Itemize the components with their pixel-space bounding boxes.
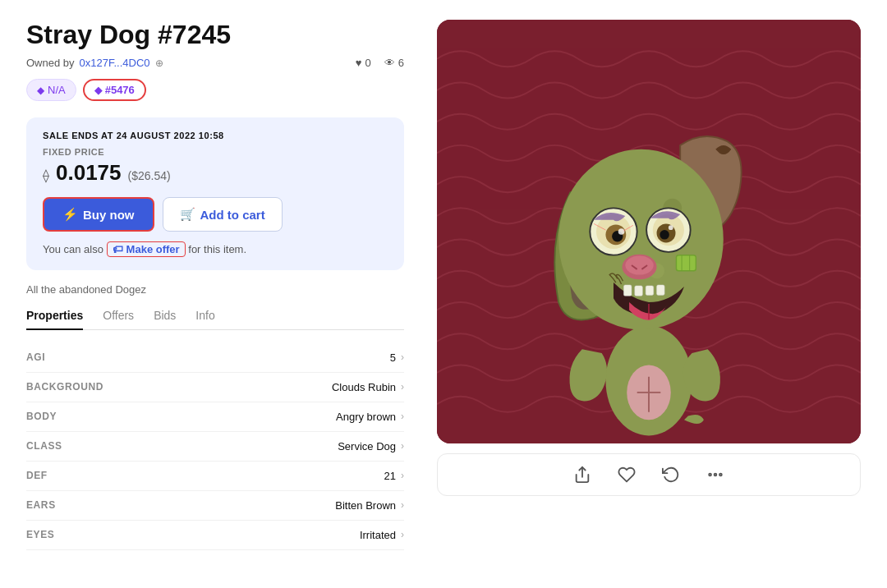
cart-icon: 🛒	[180, 207, 195, 222]
action-bar	[437, 453, 861, 496]
prop-key-agi: AGI	[26, 351, 45, 363]
svg-rect-29	[635, 286, 643, 296]
prop-key-class: CLASS	[26, 440, 62, 452]
svg-point-16	[618, 228, 625, 235]
tabs-row: Properties Offers Bids Info	[26, 309, 404, 330]
make-offer-label: Make offer	[126, 243, 180, 255]
make-offer-link[interactable]: 🏷 Make offer	[107, 241, 186, 257]
tab-offers[interactable]: Offers	[103, 309, 134, 330]
prop-row-agi: AGI 5 ›	[26, 343, 404, 373]
add-to-cart-button[interactable]: 🛒 Add to cart	[163, 197, 283, 232]
prop-row-def: DEF 21 ›	[26, 462, 404, 491]
svg-rect-9	[676, 255, 696, 271]
svg-point-34	[709, 474, 711, 476]
collection-label: All the abandoned Dogez	[26, 283, 404, 296]
prop-key-background: BACKGROUND	[26, 381, 103, 393]
prop-row-ears: EARS Bitten Brown ›	[26, 491, 404, 521]
prop-row-eyes: EYES Irritated ›	[26, 521, 404, 550]
tab-properties[interactable]: Properties	[26, 309, 83, 330]
chevron-icon-background[interactable]: ›	[401, 381, 404, 393]
svg-point-35	[715, 474, 717, 476]
prop-value-agi: 5	[390, 351, 396, 364]
share-button[interactable]	[573, 466, 591, 484]
prop-value-class: Service Dog	[338, 440, 396, 452]
price-usd: ($26.54)	[128, 169, 171, 182]
chevron-icon-class[interactable]: ›	[401, 440, 404, 452]
prop-row-class: CLASS Service Dog ›	[26, 432, 404, 462]
views-icon: 👁	[384, 57, 395, 69]
tag-na-label: N/A	[48, 84, 66, 96]
chevron-icon-eyes[interactable]: ›	[401, 529, 404, 540]
owned-by-label: Owned by	[26, 57, 75, 69]
add-to-cart-label: Add to cart	[200, 208, 265, 222]
prop-value-body: Angry brown	[336, 411, 396, 423]
prop-value-def: 21	[384, 470, 396, 482]
btn-row: ⚡ Buy now 🛒 Add to cart	[43, 197, 388, 232]
svg-point-36	[719, 474, 722, 476]
svg-point-25	[625, 256, 653, 275]
owner-address[interactable]: 0x127F...4DC0	[80, 57, 150, 69]
prop-key-body: BODY	[26, 411, 57, 422]
price-row: ⟠ 0.0175 ($26.54)	[43, 160, 388, 186]
prop-value-ears: Bitten Brown	[335, 499, 396, 512]
like-button[interactable]	[618, 466, 636, 484]
prop-key-def: DEF	[26, 470, 48, 481]
sale-ends-label: SALE ENDS AT 24 AUGUST 2022 10:58	[43, 131, 388, 140]
svg-rect-30	[646, 286, 654, 295]
chevron-icon-body[interactable]: ›	[401, 411, 404, 422]
diamond-icon-na: ◆	[37, 85, 44, 96]
copy-address-icon[interactable]: ⊕	[155, 57, 163, 69]
chevron-icon-ears[interactable]: ›	[401, 499, 404, 511]
make-offer-row: You can also 🏷 Make offer for this item.	[43, 241, 388, 257]
heart-icon: ♥	[356, 57, 362, 69]
likes-count: 0	[365, 57, 371, 69]
prop-row-background: BACKGROUND Clouds Rubin ›	[26, 373, 404, 402]
tags-row: ◆ N/A ◆ #5476	[26, 79, 404, 101]
svg-point-23	[669, 225, 673, 230]
prop-key-ears: EARS	[26, 499, 56, 511]
owner-row: Owned by 0x127F...4DC0 ⊕ ♥ 0 👁 6	[26, 57, 404, 69]
sale-date: 24 AUGUST 2022 10:58	[117, 131, 224, 140]
svg-rect-28	[623, 285, 632, 296]
tag-id-label: #5476	[105, 84, 135, 96]
eth-icon: ⟠	[43, 168, 49, 183]
tab-bids[interactable]: Bids	[154, 309, 176, 330]
tab-info[interactable]: Info	[195, 309, 214, 330]
diamond-icon-id: ◆	[94, 85, 102, 96]
nft-image-container	[437, 20, 861, 443]
lightning-icon: ⚡	[62, 207, 78, 222]
tag-id[interactable]: ◆ #5476	[83, 79, 146, 101]
tag-na[interactable]: ◆ N/A	[26, 79, 76, 101]
prop-value-eyes: Irritated	[360, 529, 396, 541]
nft-title: Stray Dog #7245	[26, 20, 404, 50]
prop-value-background: Clouds Rubin	[332, 381, 396, 393]
buy-now-label: Buy now	[83, 208, 135, 222]
offer-prefix: You can also	[43, 243, 103, 255]
fixed-price-label: FIXED PRICE	[43, 147, 388, 157]
svg-point-22	[660, 230, 669, 239]
more-button[interactable]	[706, 466, 724, 484]
buy-now-button[interactable]: ⚡ Buy now	[43, 197, 154, 232]
prop-row-body: BODY Angry brown ›	[26, 402, 404, 432]
offer-suffix: for this item.	[188, 243, 246, 255]
properties-table: AGI 5 › BACKGROUND Clouds Rubin › BODY A…	[26, 343, 404, 550]
offer-icon: 🏷	[113, 243, 123, 255]
svg-rect-31	[657, 285, 665, 295]
chevron-icon-agi[interactable]: ›	[401, 351, 404, 363]
sale-box: SALE ENDS AT 24 AUGUST 2022 10:58 FIXED …	[26, 117, 404, 270]
prop-key-eyes: EYES	[26, 529, 54, 540]
chevron-icon-def[interactable]: ›	[401, 470, 404, 481]
price-eth: 0.0175	[56, 160, 122, 186]
refresh-button[interactable]	[662, 466, 680, 484]
views-count: 6	[398, 57, 404, 69]
